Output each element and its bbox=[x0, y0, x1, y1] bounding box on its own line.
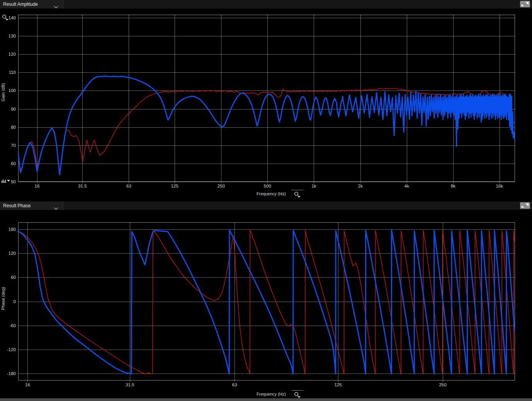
phase-y-axis-caption: Phase (deg) bbox=[1, 287, 5, 310]
zoom-range-indicator bbox=[292, 190, 303, 191]
phase-expand-button[interactable] bbox=[520, 202, 530, 209]
phase-x-axis-caption: Frequency (Hz) bbox=[244, 392, 298, 396]
amplitude-y-scale-button[interactable] bbox=[1, 177, 13, 184]
amplitude-x-axis-caption: Frequency (Hz) bbox=[244, 191, 298, 196]
phase-chart-panel bbox=[0, 210, 532, 398]
bottom-status-strip bbox=[0, 398, 532, 401]
amplitude-header-bar: Result Amplitude bbox=[0, 0, 532, 9]
expand-panel-icon bbox=[520, 1, 530, 7]
magnifier-zoom-icon bbox=[293, 191, 302, 198]
magnifier-zoom-icon bbox=[2, 14, 10, 21]
zoom-range-indicator bbox=[292, 390, 303, 391]
amplitude-y-zoom-button[interactable] bbox=[2, 14, 10, 22]
amplitude-result-select[interactable]: Result Amplitude bbox=[0, 0, 63, 9]
amplitude-x-zoom-button[interactable] bbox=[291, 190, 304, 199]
histogram-scale-icon bbox=[1, 177, 13, 183]
amplitude-y-axis-caption: Gain (dB) bbox=[1, 83, 5, 101]
magnifier-zoom-icon bbox=[293, 392, 302, 398]
measurement-app: { "panels": { "amplitude": { "title": "R… bbox=[0, 0, 532, 401]
amplitude-expand-button[interactable] bbox=[520, 1, 530, 7]
phase-result-select[interactable]: Result Phase bbox=[0, 201, 63, 210]
phase-header-bar: Result Phase bbox=[0, 201, 532, 210]
amplitude-chart-panel bbox=[0, 9, 532, 201]
expand-panel-icon bbox=[520, 202, 530, 209]
amplitude-result-select-label: Result Amplitude bbox=[3, 2, 38, 7]
phase-x-zoom-button[interactable] bbox=[291, 390, 304, 399]
phase-result-select-label: Result Phase bbox=[3, 203, 31, 208]
